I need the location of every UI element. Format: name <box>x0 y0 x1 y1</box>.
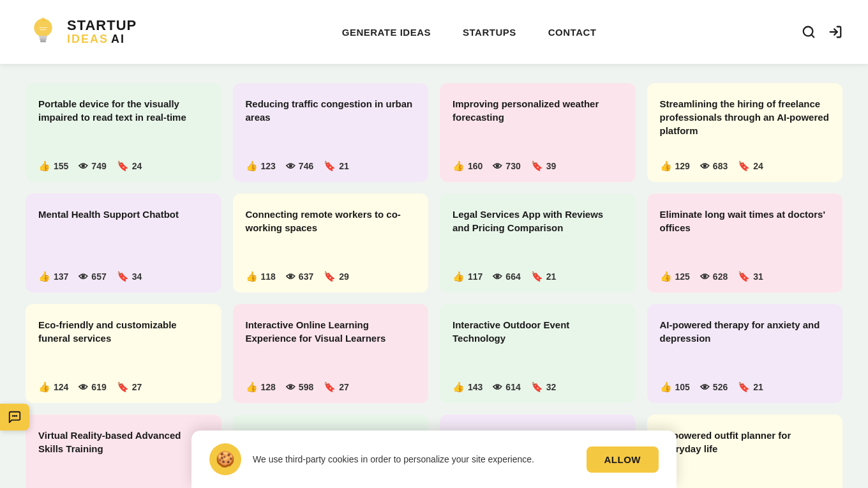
card-views: 👁 657 <box>79 271 106 282</box>
card-likes: 👍 123 <box>246 160 276 172</box>
thumbs-up-icon: 👍 <box>246 381 258 393</box>
card-views: 👁 614 <box>493 382 520 393</box>
card-stats: 👍 143 👁 614 🔖 32 <box>453 381 623 393</box>
card-saves: 🔖 39 <box>531 160 557 172</box>
card-item[interactable]: Eco-friendly and customizable funeral se… <box>26 304 221 403</box>
bookmark-icon: 🔖 <box>324 160 336 172</box>
card-stats: 👍 128 👁 598 🔖 27 <box>246 381 416 393</box>
likes-count: 125 <box>675 271 690 282</box>
thumbs-up-icon: 👍 <box>453 381 465 393</box>
card-item[interactable]: Portable device for the visually impaire… <box>26 83 221 182</box>
cookie-icon: 🍪 <box>209 443 241 475</box>
card-saves: 🔖 24 <box>738 160 763 172</box>
card-item[interactable]: Interactive Online Learning Experience f… <box>233 304 429 403</box>
card-views: 👁 628 <box>700 271 728 282</box>
card-title: Legal Services App with Reviews and Pric… <box>453 208 623 262</box>
bookmark-icon: 🔖 <box>117 160 129 172</box>
card-title: Mental Health Support Chatbot <box>38 208 209 262</box>
likes-count: 128 <box>261 382 276 392</box>
views-count: 730 <box>505 161 520 171</box>
card-title: Interactive Outdoor Event Technology <box>453 318 623 372</box>
card-likes: 👍 117 <box>453 271 483 282</box>
card-stats: 👍 160 👁 730 🔖 39 <box>453 160 623 172</box>
nav-generate-ideas[interactable]: GENERATE IDEAS <box>342 27 431 38</box>
likes-count: 117 <box>468 271 483 282</box>
saves-count: 24 <box>132 161 142 171</box>
thumbs-up-icon: 👍 <box>660 271 672 282</box>
thumbs-up-icon: 👍 <box>660 160 672 172</box>
saves-count: 21 <box>753 382 763 392</box>
bookmark-icon: 🔖 <box>531 160 543 172</box>
svg-rect-1 <box>39 36 47 38</box>
card-item[interactable]: Streamlining the hiring of freelance pro… <box>647 83 843 182</box>
bookmark-icon: 🔖 <box>738 160 750 172</box>
card-stats: 👍 137 👁 657 🔖 34 <box>38 271 209 282</box>
allow-button[interactable]: ALLOW <box>587 446 659 473</box>
card-saves: 🔖 21 <box>324 160 349 172</box>
thumbs-up-icon: 👍 <box>660 381 672 393</box>
card-likes: 👍 128 <box>246 381 276 393</box>
login-button[interactable] <box>828 25 842 39</box>
likes-count: 118 <box>261 271 276 282</box>
eye-icon: 👁 <box>286 161 296 172</box>
card-views: 👁 683 <box>700 161 728 172</box>
card-saves: 🔖 29 <box>324 271 349 282</box>
logo[interactable]: STARTUP IDEAS AI <box>26 15 137 50</box>
views-count: 637 <box>299 271 313 282</box>
thumbs-up-icon: 👍 <box>38 381 50 393</box>
card-item[interactable]: Mental Health Support Chatbot 👍 137 👁 65… <box>26 194 221 293</box>
main-nav: GENERATE IDEAS STARTUPS CONTACT <box>342 27 597 38</box>
likes-count: 160 <box>468 161 483 171</box>
card-stats: 👍 118 👁 637 🔖 29 <box>246 271 416 282</box>
card-item[interactable]: Reducing traffic congestion in urban are… <box>233 83 429 182</box>
card-item[interactable]: AI-powered therapy for anxiety and depre… <box>647 304 843 403</box>
card-item[interactable]: Eliminate long wait times at doctors' of… <box>647 194 843 293</box>
views-count: 746 <box>299 161 313 171</box>
card-item[interactable]: Improving personalized weather forecasti… <box>440 83 636 182</box>
card-likes: 👍 124 <box>38 381 68 393</box>
card-saves: 🔖 27 <box>117 381 142 393</box>
card-views: 👁 526 <box>700 382 728 393</box>
card-title: Improving personalized weather forecasti… <box>453 97 623 151</box>
card-stats: 👍 105 👁 526 🔖 21 <box>660 381 830 393</box>
thumbs-up-icon: 👍 <box>38 160 50 172</box>
views-count: 598 <box>299 382 313 392</box>
card-saves: 🔖 27 <box>324 381 349 393</box>
user-icon <box>828 25 842 39</box>
nav-startups[interactable]: STARTUPS <box>463 27 516 38</box>
card-item[interactable]: Connecting remote workers to co-working … <box>233 194 429 293</box>
card-title: Eliminate long wait times at doctors' of… <box>660 208 830 262</box>
likes-count: 123 <box>261 161 276 171</box>
thumbs-up-icon: 👍 <box>453 271 465 282</box>
views-count: 619 <box>91 382 106 392</box>
saves-count: 31 <box>753 271 763 282</box>
saves-count: 29 <box>339 271 349 282</box>
card-stats: 👍 123 👁 746 🔖 21 <box>246 160 416 172</box>
eye-icon: 👁 <box>79 161 88 172</box>
card-views: 👁 746 <box>286 161 313 172</box>
bookmark-icon: 🔖 <box>531 381 543 393</box>
eye-icon: 👁 <box>493 382 502 393</box>
card-item[interactable]: Legal Services App with Reviews and Pric… <box>440 194 636 293</box>
card-likes: 👍 125 <box>660 271 690 282</box>
card-stats: 👍 129 👁 683 🔖 24 <box>660 160 830 172</box>
likes-count: 137 <box>54 271 68 282</box>
bookmark-icon: 🔖 <box>324 271 336 282</box>
card-item[interactable]: Interactive Outdoor Event Technology 👍 1… <box>440 304 636 403</box>
feedback-button[interactable] <box>0 404 29 431</box>
likes-count: 129 <box>675 161 690 171</box>
views-count: 683 <box>713 161 728 171</box>
search-button[interactable] <box>802 25 816 39</box>
cookie-banner: 🍪 We use third-party cookies in order to… <box>191 431 677 488</box>
card-likes: 👍 155 <box>38 160 68 172</box>
card-likes: 👍 129 <box>660 160 690 172</box>
card-likes: 👍 118 <box>246 271 276 282</box>
thumbs-up-icon: 👍 <box>246 160 258 172</box>
svg-rect-3 <box>40 40 46 42</box>
nav-contact[interactable]: CONTACT <box>548 27 597 38</box>
saves-count: 21 <box>546 271 557 282</box>
card-stats: 👍 117 👁 664 🔖 21 <box>453 271 623 282</box>
saves-count: 27 <box>132 382 142 392</box>
card-title: Portable device for the visually impaire… <box>38 97 209 151</box>
bookmark-icon: 🔖 <box>324 381 336 393</box>
